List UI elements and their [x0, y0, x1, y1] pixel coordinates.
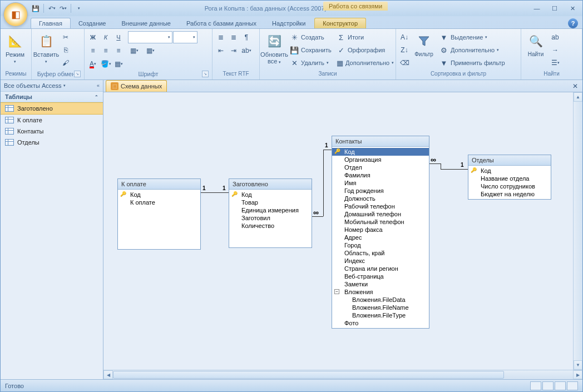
select-button[interactable]: ☰▾: [549, 57, 561, 69]
increase-indent-button[interactable]: ⇥: [228, 44, 240, 57]
toggle-filter-button[interactable]: ▼Применить фильтр: [437, 57, 510, 69]
paste-button[interactable]: 📋 Вставить▾: [34, 31, 58, 65]
field[interactable]: Число сотрудников: [468, 182, 551, 190]
field[interactable]: Вложения.FileType: [332, 311, 429, 319]
italic-button[interactable]: К: [100, 31, 112, 43]
align-left-button[interactable]: ≡: [87, 44, 99, 57]
sort-asc-button[interactable]: A↓: [398, 31, 411, 43]
spelling-button[interactable]: ✓Орфография: [334, 44, 393, 56]
font-name-combo[interactable]: ▾: [128, 31, 172, 43]
selection-button[interactable]: ▼Выделение ▾: [437, 31, 510, 43]
new-record-button[interactable]: ✳Создать: [288, 31, 333, 43]
field[interactable]: Город: [332, 241, 429, 249]
field[interactable]: К оплате: [118, 199, 200, 206]
field[interactable]: Фото: [332, 319, 429, 327]
totals-button[interactable]: ΣИтоги: [334, 31, 393, 43]
doc-tab-relationships[interactable]: ⬚ Схема данных: [106, 80, 167, 92]
field[interactable]: Товар: [229, 199, 312, 206]
table-box-koplate[interactable]: К оплате Код К оплате: [117, 178, 201, 250]
alternate-fill-button[interactable]: ▦▾: [141, 44, 160, 57]
fill-color-button[interactable]: 🪣▾: [100, 58, 112, 70]
font-launcher[interactable]: ↘: [202, 71, 209, 77]
sort-desc-button[interactable]: Z↓: [398, 44, 411, 56]
field-key[interactable]: Код: [468, 167, 551, 175]
relationship-line[interactable]: [323, 150, 332, 150]
close-button[interactable]: ✕: [566, 4, 579, 13]
nav-header[interactable]: Все объекты Access ▾ «: [1, 80, 103, 92]
tab-addins[interactable]: Надстройки: [264, 18, 313, 28]
table-header[interactable]: Заготовлено: [229, 179, 312, 190]
field[interactable]: Веб-страница: [332, 272, 429, 280]
nav-collapse-button[interactable]: «: [97, 83, 100, 88]
font-color-button[interactable]: A▾: [87, 58, 99, 70]
vertical-scrollbar[interactable]: ▲ ▼: [573, 92, 582, 370]
field[interactable]: Вложения.FileName: [332, 304, 429, 311]
field-key[interactable]: Код: [229, 191, 312, 199]
replace-button[interactable]: ab: [549, 31, 561, 43]
align-center-button[interactable]: ≡: [100, 44, 112, 57]
relationship-line[interactable]: [441, 169, 468, 170]
field[interactable]: Единица измерения: [229, 206, 312, 214]
view-shortcut-1[interactable]: [530, 381, 541, 390]
table-header[interactable]: К оплате: [118, 179, 200, 190]
relationship-line[interactable]: [441, 163, 441, 169]
field[interactable]: Заготовил: [229, 214, 312, 222]
save-icon[interactable]: 💾: [31, 4, 40, 13]
nav-item-koplate[interactable]: К оплате: [1, 115, 103, 126]
scroll-right-button[interactable]: ▶: [573, 370, 582, 379]
save-record-button[interactable]: 💾Сохранить: [288, 44, 333, 56]
gridline-color-button[interactable]: ▦▾: [112, 58, 125, 70]
maximize-button[interactable]: ☐: [548, 4, 561, 13]
delete-record-button[interactable]: ✕Удалить ▾: [288, 57, 333, 69]
field[interactable]: Мобильный телефон: [332, 218, 429, 226]
minimize-button[interactable]: —: [530, 4, 544, 13]
field[interactable]: Отдел: [332, 163, 429, 171]
field[interactable]: Область, край: [332, 249, 429, 257]
nav-item-kontakty[interactable]: Контакты: [1, 126, 103, 137]
field[interactable]: Адрес: [332, 234, 429, 241]
scroll-left-button[interactable]: ◀: [103, 370, 113, 379]
nav-dropdown-icon[interactable]: ▾: [63, 83, 66, 88]
close-document-button[interactable]: ✕: [571, 82, 579, 90]
qat-customize-icon[interactable]: ▾: [75, 4, 83, 13]
field[interactable]: Рабочий телефон: [332, 202, 429, 210]
help-button[interactable]: ?: [568, 18, 578, 28]
tab-home[interactable]: Главная: [31, 18, 71, 28]
field-key[interactable]: Код: [118, 191, 200, 199]
tab-design[interactable]: Конструктор: [314, 18, 366, 28]
bold-button[interactable]: Ж: [87, 31, 99, 43]
view-shortcut-4[interactable]: [567, 381, 578, 390]
field[interactable]: Вложения.FileData: [332, 296, 429, 304]
view-shortcut-3[interactable]: [555, 381, 566, 390]
table-header[interactable]: Отделы: [468, 155, 551, 166]
field[interactable]: Домашний телефон: [332, 210, 429, 218]
table-box-zagotovleno[interactable]: Заготовлено Код Товар Единица измерения …: [229, 178, 312, 248]
highlight-button[interactable]: ab▾: [240, 44, 253, 57]
numbering-button[interactable]: ≣: [228, 31, 240, 43]
field[interactable]: Имя: [332, 179, 429, 187]
field-key[interactable]: Код: [332, 148, 429, 156]
field[interactable]: Индекс: [332, 257, 429, 265]
copy-button[interactable]: ⎘: [60, 44, 72, 56]
text-direction-button[interactable]: ¶: [240, 31, 253, 43]
tab-create[interactable]: Создание: [71, 18, 114, 28]
field[interactable]: Фамилия: [332, 171, 429, 179]
nav-group-tables[interactable]: Таблицы ⌃: [1, 92, 103, 102]
field[interactable]: Заметки: [332, 280, 429, 288]
filter-button[interactable]: Фильтр: [412, 31, 436, 58]
field[interactable]: Бюджет на неделю: [468, 190, 551, 198]
underline-button[interactable]: Ч: [112, 31, 125, 43]
field[interactable]: Должность: [332, 195, 429, 202]
horizontal-scrollbar[interactable]: ◀ ▶: [103, 370, 582, 379]
more-button[interactable]: ▦Дополнительно ▾: [334, 57, 393, 69]
decrease-indent-button[interactable]: ⇤: [215, 44, 227, 57]
clear-sort-button[interactable]: ⌫: [398, 57, 411, 69]
view-button[interactable]: 📐 Режим▾: [3, 31, 27, 65]
relationship-line[interactable]: [323, 150, 324, 216]
scroll-track[interactable]: [574, 102, 582, 360]
redo-icon[interactable]: ↷▾: [58, 4, 67, 13]
tab-external-data[interactable]: Внешние данные: [114, 18, 179, 28]
align-right-button[interactable]: ≡: [112, 44, 125, 57]
field[interactable]: Год рождения: [332, 187, 429, 195]
table-box-kontakty[interactable]: Контакты Код Организация Отдел Фамилия И…: [332, 136, 429, 329]
